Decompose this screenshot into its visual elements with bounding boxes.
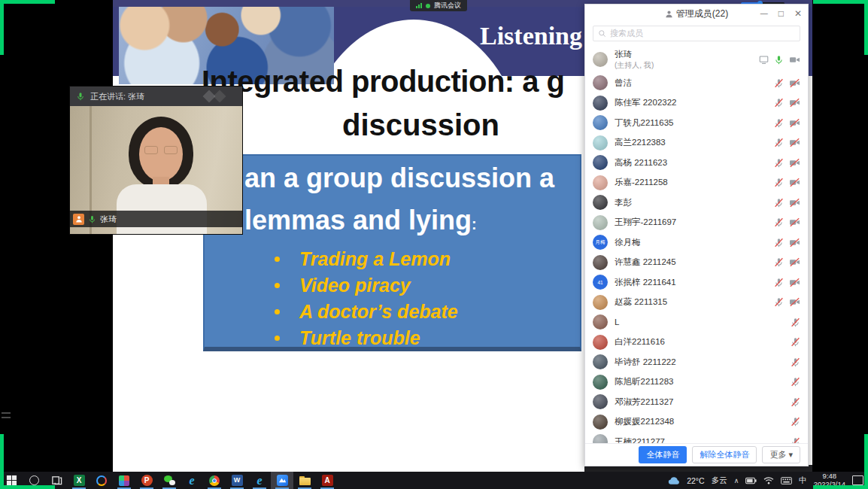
taskbar-word-icon[interactable]: W bbox=[226, 472, 248, 489]
taskbar-excel-icon[interactable]: X bbox=[68, 472, 90, 489]
mic-muted-icon[interactable] bbox=[791, 377, 800, 387]
bullet-text: Video piracy bbox=[299, 275, 411, 296]
panel-titlebar[interactable]: 管理成员(22) — □ ✕ bbox=[585, 5, 808, 23]
member-row[interactable]: 月梅徐月梅 bbox=[585, 232, 808, 253]
camera-muted-icon[interactable] bbox=[789, 257, 800, 267]
mic-muted-icon[interactable] bbox=[774, 158, 784, 168]
member-row[interactable]: 曾洁 bbox=[585, 73, 808, 93]
mute-all-button[interactable]: 全体静音 bbox=[639, 446, 687, 463]
mic-muted-icon[interactable] bbox=[774, 297, 784, 307]
mic-muted-icon[interactable] bbox=[774, 278, 784, 287]
weather-temp[interactable]: 22°C bbox=[687, 476, 704, 485]
taskbar-photos-icon[interactable] bbox=[113, 472, 135, 489]
camera-muted-icon[interactable] bbox=[789, 158, 800, 168]
member-row[interactable]: 高杨 2211623 bbox=[585, 153, 808, 173]
minimize-button[interactable]: — bbox=[760, 10, 768, 17]
camera-muted-icon[interactable] bbox=[789, 278, 800, 287]
weather-cloud-icon[interactable] bbox=[668, 476, 680, 485]
camera-muted-icon[interactable] bbox=[789, 297, 800, 307]
mic-muted-icon[interactable] bbox=[791, 357, 800, 367]
mic-muted-icon[interactable] bbox=[774, 198, 784, 208]
member-row[interactable]: L bbox=[585, 312, 808, 333]
mic-muted-icon[interactable] bbox=[774, 257, 784, 267]
action-center-icon[interactable] bbox=[852, 475, 863, 485]
taskbar-ie-2-icon[interactable]: e bbox=[248, 472, 271, 489]
camera-muted-icon[interactable] bbox=[789, 217, 800, 227]
meeting-status-pill[interactable]: 腾讯会议 bbox=[410, 0, 467, 11]
taskbar-file-explorer-icon[interactable] bbox=[293, 472, 316, 489]
mic-muted-icon[interactable] bbox=[774, 238, 784, 248]
mic-muted-icon[interactable] bbox=[774, 78, 784, 88]
taskbar-ie-icon[interactable]: e bbox=[181, 472, 203, 489]
member-row[interactable]: 陈佳军 2202322 bbox=[585, 93, 808, 114]
camera-muted-icon[interactable] bbox=[789, 138, 800, 147]
speaker-video-window[interactable]: 正在讲话: 张琦 张琦 bbox=[70, 87, 242, 234]
desktop: Listening Integrated production: a g dis… bbox=[0, 0, 868, 489]
search-input[interactable]: 搜索成员 bbox=[593, 26, 800, 41]
camera-muted-icon[interactable] bbox=[789, 238, 800, 248]
camera-muted-icon[interactable] bbox=[789, 198, 800, 208]
video-window-header[interactable]: 正在讲话: 张琦 bbox=[70, 87, 242, 106]
ime-indicator[interactable]: 中 bbox=[799, 475, 807, 486]
more-button[interactable]: 更多 ▾ bbox=[762, 446, 800, 463]
mic-muted-icon[interactable] bbox=[791, 317, 800, 327]
camera-on-icon[interactable] bbox=[789, 55, 800, 65]
watermark-diamonds-icon bbox=[199, 90, 232, 102]
battery-icon[interactable] bbox=[745, 477, 757, 484]
search-placeholder: 搜索成员 bbox=[610, 28, 643, 39]
mic-muted-icon[interactable] bbox=[774, 178, 784, 187]
member-row[interactable]: 高兰2212383 bbox=[585, 133, 808, 153]
weather-desc[interactable]: 多云 bbox=[712, 475, 727, 486]
member-row[interactable]: 白洋2211616 bbox=[585, 333, 808, 353]
taskbar-adobe-pdf-icon[interactable]: A bbox=[316, 472, 338, 489]
mic-muted-icon[interactable] bbox=[791, 437, 800, 443]
avatar: 41 bbox=[593, 275, 608, 290]
member-row[interactable]: 41张抿梓 2211641 bbox=[585, 272, 808, 293]
member-row[interactable]: 李彭 bbox=[585, 193, 808, 213]
taskbar-qq-browser-icon[interactable] bbox=[90, 472, 113, 489]
camera-muted-icon[interactable] bbox=[789, 118, 800, 128]
taskbar-wechat-icon[interactable] bbox=[158, 472, 181, 489]
member-row[interactable]: 王翔宇-2211697 bbox=[585, 213, 808, 233]
member-row[interactable]: 丁轶凡2211635 bbox=[585, 113, 808, 133]
touch-keyboard-icon[interactable] bbox=[781, 477, 792, 484]
member-row[interactable]: 毕诗舒 2211222 bbox=[585, 352, 808, 372]
mic-live-icon[interactable] bbox=[774, 55, 784, 65]
recording-frame-corner bbox=[0, 485, 55, 489]
wifi-icon[interactable] bbox=[763, 476, 774, 484]
taskbar-powerpoint-icon[interactable]: P bbox=[135, 472, 158, 489]
member-row[interactable]: 邓淑芳2211327 bbox=[585, 392, 808, 412]
member-name: 赵蕊 2211315 bbox=[615, 296, 774, 308]
close-button[interactable]: ✕ bbox=[794, 9, 802, 18]
member-row[interactable]: 许慧鑫 2211245 bbox=[585, 253, 808, 273]
mic-muted-icon[interactable] bbox=[774, 138, 784, 147]
taskbar-tencent-meeting-icon[interactable] bbox=[271, 472, 293, 489]
taskbar-chrome-icon[interactable] bbox=[203, 472, 226, 489]
unmute-all-button[interactable]: 解除全体静音 bbox=[692, 446, 757, 463]
mic-muted-icon[interactable] bbox=[791, 397, 800, 407]
tray-expand-icon[interactable]: ∧ bbox=[734, 477, 739, 484]
mic-muted-icon[interactable] bbox=[774, 98, 784, 108]
member-name: 毕诗舒 2211222 bbox=[615, 357, 791, 368]
mic-muted-icon[interactable] bbox=[791, 337, 800, 347]
avatar bbox=[593, 255, 608, 270]
slide-box-line2: dilemmas and lying: bbox=[220, 205, 477, 236]
bullet-dot bbox=[275, 257, 280, 262]
member-row[interactable]: 王楠2211277 bbox=[585, 432, 808, 443]
screen-icon[interactable] bbox=[759, 55, 769, 65]
camera-muted-icon[interactable] bbox=[789, 78, 800, 88]
member-row[interactable]: 陈旭昕2211283 bbox=[585, 372, 808, 393]
avatar bbox=[593, 135, 608, 150]
member-row[interactable]: 赵蕊 2211315 bbox=[585, 293, 808, 313]
mic-muted-icon[interactable] bbox=[774, 118, 784, 128]
mic-muted-icon[interactable] bbox=[774, 217, 784, 227]
camera-muted-icon[interactable] bbox=[789, 178, 800, 187]
mic-on-icon bbox=[88, 215, 96, 223]
member-row[interactable]: 柳媛媛2212348 bbox=[585, 412, 808, 433]
mic-muted-icon[interactable] bbox=[791, 417, 800, 427]
tray-time: 9:48 bbox=[823, 472, 837, 480]
member-row[interactable]: 乐嘉-2211258 bbox=[585, 173, 808, 193]
camera-muted-icon[interactable] bbox=[789, 98, 800, 108]
member-row[interactable]: 张琦(主持人, 我) bbox=[585, 46, 808, 73]
maximize-button[interactable]: □ bbox=[778, 9, 784, 18]
